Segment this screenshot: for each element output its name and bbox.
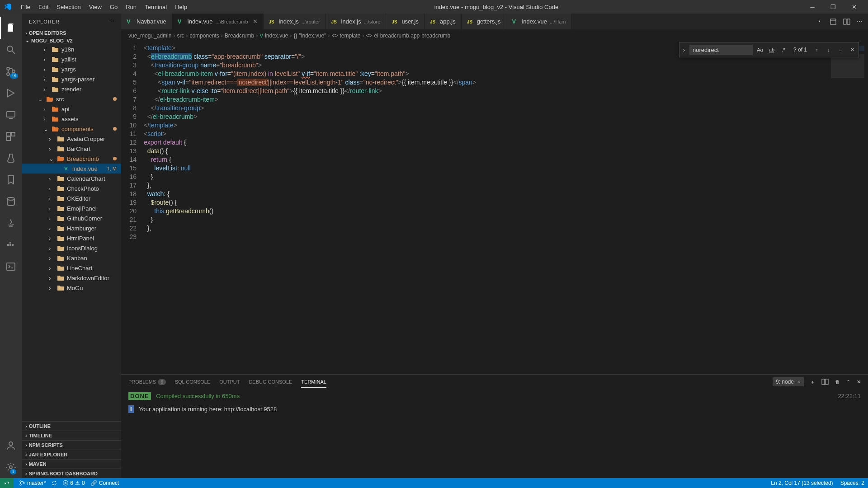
find-word-icon[interactable]: ab (767, 45, 776, 54)
kill-terminal-icon[interactable]: 🗑 (835, 379, 840, 385)
preview-icon[interactable] (830, 18, 837, 25)
activity-explorer[interactable] (0, 17, 22, 39)
sidebar-section[interactable]: ›TIMELINE (22, 431, 121, 440)
split-editor-icon[interactable] (843, 18, 850, 25)
status-branch[interactable]: master* (19, 480, 46, 486)
activity-settings[interactable]: 1 (0, 456, 22, 478)
status-remote[interactable] (0, 478, 14, 488)
tree-item[interactable]: ›y18n (22, 44, 121, 54)
close-window-button[interactable]: ✕ (844, 0, 864, 14)
tree-item[interactable]: ›yallist (22, 54, 121, 64)
menu-run[interactable]: Run (122, 2, 140, 12)
tree-item[interactable]: ›CalendarChart (22, 174, 121, 183)
split-terminal-icon[interactable] (821, 378, 829, 385)
tree-item[interactable]: ›LineChart (22, 263, 121, 273)
editor-tab[interactable]: JSapp.js (425, 14, 462, 29)
activity-search[interactable] (0, 39, 22, 61)
editor-tab[interactable]: JSindex.js...\store (326, 14, 387, 29)
status-connect[interactable]: 🔗 Connect (90, 480, 119, 486)
tree-item[interactable]: ›AvatarCropper (22, 134, 121, 144)
tree-item[interactable]: ›yargs (22, 64, 121, 74)
tree-item[interactable]: ›CKEditor (22, 193, 121, 203)
activity-remote[interactable] (0, 104, 22, 126)
status-position[interactable]: Ln 2, Col 17 (13 selected) (771, 480, 833, 486)
breadcrumb-item[interactable]: <>el-breadcrumb.app-breadcrumb (366, 33, 451, 39)
find-next-icon[interactable]: ↓ (824, 45, 833, 54)
close-tab-icon[interactable]: ✕ (253, 18, 258, 25)
tree-item[interactable]: ›CheckPhoto (22, 183, 121, 193)
minimap[interactable] (827, 42, 868, 374)
terminal-select[interactable]: 9: node (773, 377, 804, 386)
breadcrumb-item[interactable]: Vindex.vue (259, 33, 288, 39)
activity-database[interactable] (0, 191, 22, 212)
compare-icon[interactable] (816, 18, 823, 25)
tree-item[interactable]: ›HtmlPanel (22, 233, 121, 243)
tree-item[interactable]: Vindex.vue1, M (22, 164, 121, 174)
minimize-button[interactable]: ─ (802, 0, 823, 14)
status-spaces[interactable]: Spaces: 2 (840, 480, 864, 486)
sidebar-section[interactable]: ›NPM SCRIPTS (22, 440, 121, 450)
activity-docker[interactable] (0, 234, 22, 256)
activity-extensions[interactable] (0, 126, 22, 147)
menu-selection[interactable]: Selection (53, 2, 84, 12)
editor-tab[interactable]: JSgetters.js (462, 14, 507, 29)
breadcrumb-item[interactable]: Breadcrumb (225, 33, 254, 39)
tree-item[interactable]: ›GithubCorner (22, 213, 121, 223)
tree-item[interactable]: ›EmojiPanel (22, 203, 121, 213)
editor-tab[interactable]: JSindex.js...\router (264, 14, 326, 29)
panel-tab-sql[interactable]: SQL CONSOLE (175, 376, 210, 387)
panel-tab-debug[interactable]: DEBUG CONSOLE (249, 376, 292, 387)
tree-item[interactable]: ›MoGu (22, 283, 121, 293)
breadcrumb-item[interactable]: <>template (331, 33, 360, 39)
breadcrumb-item[interactable]: vue_mogu_admin (128, 33, 171, 39)
editor-tab[interactable]: JSuser.js (386, 14, 425, 29)
menu-terminal[interactable]: Terminal (141, 2, 170, 12)
status-errors[interactable]: ⓧ 6 ⚠ 0 (63, 479, 85, 487)
tree-item[interactable]: ›api (22, 104, 121, 114)
menu-edit[interactable]: Edit (35, 2, 52, 12)
menu-go[interactable]: Go (106, 2, 121, 12)
breadcrumb-item[interactable]: {}"index.vue" (294, 33, 326, 39)
find-selection-icon[interactable]: ≡ (836, 45, 845, 54)
activity-java[interactable] (0, 212, 22, 234)
find-regex-icon[interactable]: .* (779, 45, 788, 54)
activity-run-debug[interactable] (0, 82, 22, 104)
maximize-panel-icon[interactable]: ⌃ (846, 379, 850, 385)
panel-tab-output[interactable]: OUTPUT (219, 376, 240, 387)
breadcrumb-bar[interactable]: vue_mogu_admin›src›components›Breadcrumb… (121, 29, 868, 42)
tree-item[interactable]: ›assets (22, 114, 121, 124)
breadcrumb-item[interactable]: components (189, 33, 219, 39)
activity-bookmarks[interactable] (0, 169, 22, 191)
tree-item[interactable]: ›BarChart (22, 144, 121, 154)
sidebar-section[interactable]: ›SPRING-BOOT DASHBOARD (22, 469, 121, 478)
maximize-button[interactable]: ❐ (823, 0, 844, 14)
tree-item[interactable]: ›zrender (22, 84, 121, 94)
editor-tab[interactable]: Vindex.vue...\Ham (506, 14, 571, 29)
sidebar-section[interactable]: ›JAR EXPLORER (22, 450, 121, 459)
status-sync[interactable] (51, 480, 57, 486)
tree-item[interactable]: ⌄Breadcrumb (22, 154, 121, 164)
tree-item[interactable]: ›MarkdownEditor (22, 273, 121, 283)
editor-body[interactable]: 1234567891011121314151617181920212223 <t… (121, 42, 868, 374)
editor-tab[interactable]: Vindex.vue...\Breadcrumb✕ (172, 14, 264, 29)
find-close-icon[interactable]: ✕ (848, 45, 857, 54)
tree-item[interactable]: ⌄components (22, 124, 121, 134)
panel-tab-terminal[interactable]: TERMINAL (301, 376, 326, 388)
tree-item[interactable]: ⌄src (22, 94, 121, 104)
menu-view[interactable]: View (85, 2, 105, 12)
sidebar-section[interactable]: ›MAVEN (22, 459, 121, 469)
tree-item[interactable]: ›IconsDialog (22, 243, 121, 253)
activity-account[interactable] (0, 435, 22, 456)
editor-tab[interactable]: VNavbar.vue (121, 14, 172, 29)
more-actions-icon[interactable]: ⋯ (857, 18, 863, 25)
activity-source-control[interactable]: 15 (0, 61, 22, 82)
project-section[interactable]: ⌄ MOGU_BLOG_V2 (22, 37, 121, 44)
tree-item[interactable]: ›Kanban (22, 253, 121, 263)
find-expand-icon[interactable]: › (681, 47, 687, 53)
explorer-more-icon[interactable]: ⋯ (108, 19, 114, 24)
code-content[interactable]: <template> <el-breadcrumb class="app-bre… (144, 42, 827, 374)
activity-test[interactable] (0, 147, 22, 169)
find-case-icon[interactable]: Aa (755, 45, 764, 54)
breadcrumb-item[interactable]: src (177, 33, 184, 39)
tree-item[interactable]: ›yargs-parser (22, 74, 121, 84)
